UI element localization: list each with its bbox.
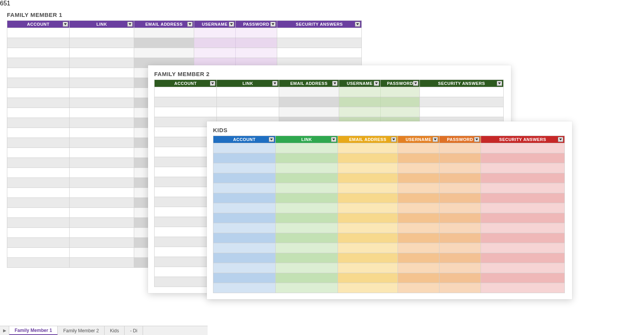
filter-dropdown-icon[interactable]: [63, 22, 68, 27]
cell[interactable]: [70, 178, 134, 188]
cell[interactable]: [7, 98, 70, 108]
cell[interactable]: [398, 203, 439, 213]
cell[interactable]: [277, 48, 362, 58]
cell[interactable]: [339, 107, 381, 117]
cell[interactable]: [279, 97, 339, 107]
filter-dropdown-icon[interactable]: [331, 137, 336, 142]
cell[interactable]: [398, 263, 439, 273]
cell[interactable]: [439, 153, 481, 163]
col-password[interactable]: PASSWORD: [236, 21, 277, 28]
cell[interactable]: [7, 118, 70, 128]
cell[interactable]: [439, 213, 481, 223]
col-security[interactable]: SECURITY ANSWERS: [481, 136, 565, 143]
cell[interactable]: [276, 173, 338, 183]
cell[interactable]: [481, 163, 565, 173]
cell[interactable]: [439, 243, 481, 253]
cell[interactable]: [70, 58, 134, 68]
cell[interactable]: [213, 213, 276, 223]
cell[interactable]: [439, 143, 481, 153]
cell[interactable]: [439, 223, 481, 233]
tab-scroll-button[interactable]: ▶: [0, 326, 9, 335]
cell[interactable]: [213, 173, 276, 183]
cell[interactable]: [277, 28, 362, 38]
cell[interactable]: [70, 228, 134, 238]
tab-family-member-1[interactable]: Family Member 1: [9, 326, 58, 335]
cell[interactable]: [398, 163, 439, 173]
cell[interactable]: [70, 148, 134, 158]
cell[interactable]: [7, 148, 70, 158]
cell[interactable]: [276, 233, 338, 243]
cell[interactable]: [70, 38, 134, 48]
filter-dropdown-icon[interactable]: [127, 22, 133, 27]
col-account[interactable]: ACCOUNT: [155, 80, 217, 87]
cell[interactable]: [236, 48, 277, 58]
col-email[interactable]: EMAIL ADDRESS: [338, 136, 398, 143]
cell[interactable]: [7, 108, 70, 118]
cell[interactable]: [70, 208, 134, 218]
col-link[interactable]: LINK: [70, 21, 134, 28]
cell[interactable]: [398, 233, 439, 243]
col-account[interactable]: ACCOUNT: [7, 21, 70, 28]
cell[interactable]: [7, 158, 70, 168]
cell[interactable]: [481, 283, 565, 293]
cell[interactable]: [70, 88, 134, 98]
cell[interactable]: [213, 203, 276, 213]
cell[interactable]: [7, 218, 70, 228]
cell[interactable]: [213, 283, 276, 293]
cell[interactable]: [338, 203, 398, 213]
filter-dropdown-icon[interactable]: [187, 22, 193, 27]
cell[interactable]: [276, 183, 338, 193]
cell[interactable]: [338, 193, 398, 203]
cell[interactable]: [481, 203, 565, 213]
cell[interactable]: [277, 38, 362, 48]
cell[interactable]: [398, 173, 439, 183]
filter-dropdown-icon[interactable]: [210, 81, 215, 86]
col-security[interactable]: SECURITY ANSWERS: [277, 21, 362, 28]
cell[interactable]: [7, 238, 70, 248]
cell[interactable]: [276, 243, 338, 253]
cell[interactable]: [7, 128, 70, 138]
cell[interactable]: [279, 107, 339, 117]
cell[interactable]: [70, 98, 134, 108]
cell[interactable]: [213, 263, 276, 273]
cell[interactable]: [213, 153, 276, 163]
cell[interactable]: [481, 253, 565, 263]
cell[interactable]: [481, 183, 565, 193]
cell[interactable]: [338, 283, 398, 293]
cell[interactable]: [155, 87, 217, 97]
filter-dropdown-icon[interactable]: [413, 81, 418, 86]
filter-dropdown-icon[interactable]: [272, 81, 278, 86]
cell[interactable]: [194, 48, 236, 58]
filter-dropdown-icon[interactable]: [497, 81, 502, 86]
cell[interactable]: [398, 213, 439, 223]
cell[interactable]: [213, 243, 276, 253]
cell[interactable]: [279, 87, 339, 97]
cell[interactable]: [381, 97, 420, 107]
cell[interactable]: [339, 87, 381, 97]
cell[interactable]: [7, 28, 70, 38]
cell[interactable]: [481, 243, 565, 253]
cell[interactable]: [7, 188, 70, 198]
cell[interactable]: [70, 108, 134, 118]
cell[interactable]: [276, 163, 338, 173]
filter-dropdown-icon[interactable]: [355, 22, 360, 27]
cell[interactable]: [439, 163, 481, 173]
cell[interactable]: [276, 213, 338, 223]
cell[interactable]: [481, 273, 565, 283]
cell[interactable]: [439, 203, 481, 213]
cell[interactable]: [481, 223, 565, 233]
cell[interactable]: [338, 213, 398, 223]
cell[interactable]: [194, 38, 236, 48]
cell[interactable]: [70, 78, 134, 88]
filter-dropdown-icon[interactable]: [391, 137, 396, 142]
cell[interactable]: [276, 143, 338, 153]
filter-dropdown-icon[interactable]: [270, 22, 276, 27]
cell[interactable]: [481, 213, 565, 223]
cell[interactable]: [276, 283, 338, 293]
cell[interactable]: [213, 163, 276, 173]
cell[interactable]: [70, 248, 134, 258]
cell[interactable]: [338, 243, 398, 253]
cell[interactable]: [398, 193, 439, 203]
cell[interactable]: [338, 173, 398, 183]
col-link[interactable]: LINK: [217, 80, 279, 87]
